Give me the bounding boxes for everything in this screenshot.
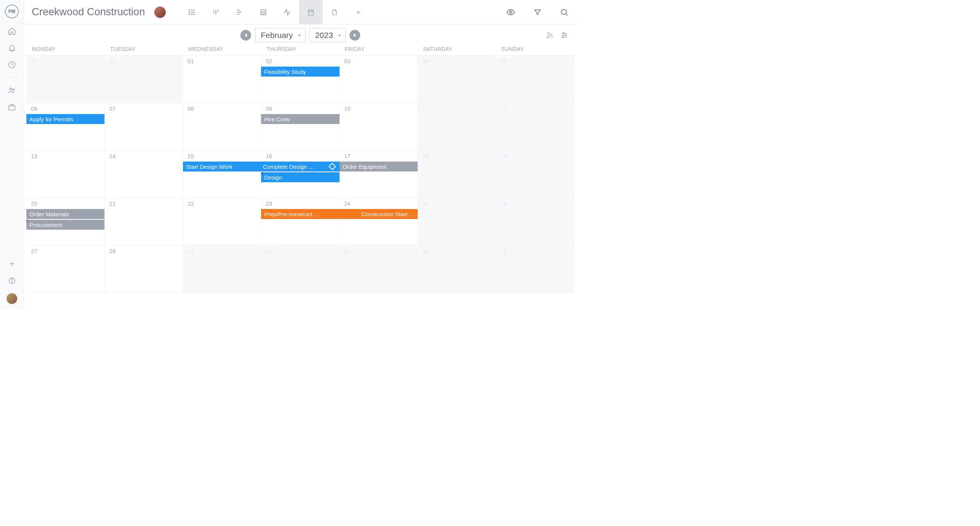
day-header: FRIDAY [340, 46, 418, 52]
briefcase-icon[interactable] [8, 103, 16, 111]
project-owner-avatar[interactable] [154, 7, 166, 18]
calendar-cell[interactable]: 18 [418, 150, 496, 198]
calendar-cell[interactable]: 25 [418, 198, 496, 245]
day-number: 15 [188, 153, 194, 159]
event-label-secondary: Construction Start … [346, 211, 415, 217]
calendar-cell[interactable]: 19 [496, 150, 574, 198]
day-number: 19 [501, 153, 507, 159]
svg-rect-10 [308, 10, 313, 15]
calendar-event[interactable]: Order Equipment [340, 162, 418, 172]
day-number: 30 [31, 58, 38, 64]
svg-point-13 [547, 37, 548, 38]
day-number: 05 [501, 58, 507, 64]
calendar-cell[interactable]: 27 [26, 245, 105, 293]
calendar-cell[interactable]: 04 [418, 245, 496, 293]
visibility-icon[interactable] [503, 5, 518, 20]
calendar-cell[interactable]: 01 [183, 245, 261, 293]
view-sheet-icon[interactable] [252, 0, 275, 25]
calendar-cell[interactable]: 30 [26, 56, 105, 103]
calendar-event[interactable]: Procurement [26, 220, 105, 230]
home-icon[interactable] [8, 27, 16, 35]
calendar-cell[interactable]: 01 [183, 56, 261, 103]
calendar-cell[interactable]: 11 [418, 103, 496, 150]
current-user-avatar[interactable] [7, 293, 17, 304]
calendar-cell[interactable]: 02 [261, 56, 339, 103]
year-select[interactable]: 2023 ▼ [309, 28, 346, 42]
day-number: 22 [188, 200, 194, 207]
day-number: 11 [422, 105, 429, 112]
calendar-cell[interactable]: 21 [105, 198, 183, 245]
app-logo-text: PM [8, 9, 15, 14]
svg-point-1 [10, 88, 12, 90]
recent-icon[interactable] [8, 60, 16, 69]
filter-icon[interactable] [530, 5, 545, 20]
notifications-icon[interactable] [8, 44, 16, 52]
event-label: Order Materials [29, 211, 69, 217]
calendar-cell[interactable]: 23 [261, 198, 339, 245]
calendar-cell[interactable]: 06 [26, 103, 105, 150]
calendar-cell[interactable]: 12 [496, 103, 574, 150]
view-gantt-icon[interactable] [228, 0, 252, 25]
view-activity-icon[interactable] [275, 0, 299, 25]
chevron-down-icon: ▼ [338, 33, 341, 38]
month-select[interactable]: February ▼ [255, 28, 305, 42]
day-header: SUNDAY [496, 46, 574, 52]
view-calendar-icon[interactable] [299, 0, 323, 25]
calendar-cell[interactable]: 28 [105, 245, 183, 293]
calendar-cell[interactable]: 15 [183, 150, 261, 198]
calendar-cell[interactable]: 03 [340, 245, 418, 293]
calendar-cell[interactable]: 14 [105, 150, 183, 198]
add-view-icon[interactable] [346, 0, 370, 25]
view-file-icon[interactable] [323, 0, 346, 25]
app-logo[interactable]: PM [5, 5, 19, 18]
svg-point-5 [11, 282, 12, 283]
day-header: WEDNESDAY [183, 46, 261, 52]
calendar-event[interactable]: Start Design WorkComplete Design … [183, 162, 340, 172]
add-icon[interactable] [8, 260, 16, 268]
svg-point-11 [510, 11, 512, 13]
calendar-event[interactable]: Feasibility Study [261, 67, 339, 77]
calendar-cell[interactable]: 31 [105, 56, 183, 103]
settings-sliders-icon[interactable] [560, 31, 569, 40]
day-number: 03 [344, 58, 351, 64]
left-rail: PM [0, 0, 24, 309]
calendar-event[interactable]: Hire Crew [261, 114, 339, 124]
team-icon[interactable] [8, 86, 16, 95]
calendar-cell[interactable]: 09 [261, 103, 339, 150]
month-select-label: February [261, 31, 293, 40]
calendar-cell[interactable]: 10 [340, 103, 418, 150]
prev-month-button[interactable] [240, 30, 251, 41]
calendar-cell[interactable]: 13 [26, 150, 105, 198]
day-header: TUESDAY [105, 46, 183, 52]
calendar-cell[interactable]: 04 [418, 56, 496, 103]
calendar-cell[interactable]: 08 [183, 103, 261, 150]
calendar-cell[interactable]: 02 [261, 245, 339, 293]
next-month-button[interactable] [350, 30, 360, 41]
calendar-cell[interactable]: 07 [105, 103, 183, 150]
calendar-cell[interactable]: 26 [496, 198, 574, 245]
search-icon[interactable] [557, 5, 572, 20]
view-board-icon[interactable] [204, 0, 228, 25]
calendar-cell[interactable]: 24 [340, 198, 418, 245]
event-label-secondary: Complete Design … [248, 163, 314, 170]
event-label: Hire Crew [264, 116, 290, 123]
calendar-cell[interactable]: 05 [496, 245, 574, 293]
calendar-cell[interactable]: 17 [340, 150, 418, 198]
day-number: 04 [422, 58, 429, 64]
view-list-icon[interactable] [180, 0, 204, 25]
calendar-cell[interactable]: 22 [183, 198, 261, 245]
calendar-cell[interactable]: 05 [496, 56, 574, 103]
day-number: 03 [344, 248, 351, 254]
help-icon[interactable] [8, 276, 16, 285]
event-notch [261, 172, 264, 175]
calendar-event[interactable]: Order Materials [26, 209, 105, 219]
calendar-cell[interactable]: 03 [340, 56, 418, 103]
day-header: THURSDAY [261, 46, 339, 52]
day-number: 31 [109, 58, 116, 64]
year-select-label: 2023 [315, 31, 333, 40]
calendar-event[interactable]: Design [261, 172, 339, 182]
calendar-event[interactable]: Apply for Permits [26, 114, 105, 124]
feed-icon[interactable] [545, 31, 554, 40]
calendar-event[interactable]: Prep/Pre-construct…Construction Start … [261, 209, 418, 219]
svg-point-14 [563, 33, 564, 34]
